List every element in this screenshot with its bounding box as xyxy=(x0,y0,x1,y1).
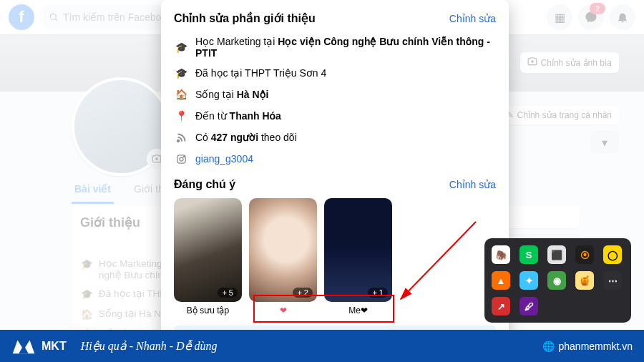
ext-icon[interactable]: ◉ xyxy=(547,271,566,290)
ext-icon[interactable]: ↗ xyxy=(492,297,510,315)
featured-item[interactable]: + 1 Me❤ xyxy=(324,198,392,315)
ext-icon[interactable]: ◯ xyxy=(603,245,622,264)
intro-edit-link[interactable]: Chỉnh sửa xyxy=(449,13,496,24)
featured-caption: ❤ xyxy=(249,302,317,315)
edit-details-modal: Chỉnh sửa phần giới thiệu Chỉnh sửa 🎓 Họ… xyxy=(161,0,509,362)
ext-icon[interactable]: ⬛ xyxy=(547,245,566,264)
ext-icon[interactable]: ▲ xyxy=(492,271,510,290)
modal-work-line: 🎓 Học Marketing tại Học viện Công nghệ B… xyxy=(174,32,496,62)
featured-thumb: + 1 xyxy=(324,198,392,302)
ext-icon[interactable]: 🍯 xyxy=(575,271,594,290)
featured-edit-link[interactable]: Chỉnh sửa xyxy=(449,179,496,190)
instagram-icon xyxy=(174,152,188,166)
svg-point-4 xyxy=(180,157,183,161)
location-icon: 📍 xyxy=(174,109,188,123)
footer-slogan: Hiệu quả - Nhanh - Dễ dùng xyxy=(81,339,218,353)
ext-icon[interactable]: ⋯ xyxy=(603,271,622,290)
ext-icon[interactable]: 🦣 xyxy=(492,245,510,264)
featured-count: + 5 xyxy=(218,288,238,298)
featured-caption: Me❤ xyxy=(324,302,392,315)
modal-instagram-line[interactable]: giang_g3004 xyxy=(174,148,496,170)
ext-icon[interactable]: ✦ xyxy=(519,271,538,290)
featured-count: + 1 xyxy=(368,288,388,298)
featured-thumb: + 2 xyxy=(249,198,317,302)
graduation-icon: 🎓 xyxy=(174,66,188,80)
footer-brand: MKT xyxy=(11,336,67,356)
ext-icon[interactable]: ⦿ xyxy=(575,245,594,264)
featured-item[interactable]: + 2 ❤ xyxy=(249,198,317,315)
featured-caption: Bộ sưu tập xyxy=(174,302,242,315)
footer-site[interactable]: 🌐 phanmemmkt.vn xyxy=(542,341,633,352)
rss-icon xyxy=(174,130,188,145)
globe-icon: 🌐 xyxy=(542,341,555,352)
footer-banner: MKT Hiệu quả - Nhanh - Dễ dùng 🌐 phanmem… xyxy=(0,330,644,362)
featured-count: + 2 xyxy=(293,288,313,298)
modal-from-line: 📍 Đến từ Thanh Hóa xyxy=(174,105,496,127)
modal-followers-line: Có 427 người theo dõi xyxy=(174,127,496,148)
featured-item[interactable]: + 5 Bộ sưu tập xyxy=(174,198,242,315)
featured-section-title: Đáng chú ý xyxy=(174,178,235,191)
featured-row: + 5 Bộ sưu tập + 2 ❤ + 1 Me❤ xyxy=(174,198,496,315)
graduation-icon: 🎓 xyxy=(174,40,188,54)
modal-school-line: 🎓 Đã học tại THPT Triệu Sơn 4 xyxy=(174,62,496,84)
featured-thumb: + 5 xyxy=(174,198,242,302)
home-icon: 🏠 xyxy=(174,87,188,102)
ext-icon[interactable]: 🖊 xyxy=(519,297,538,315)
intro-section-title: Chỉnh sửa phần giới thiệu xyxy=(174,11,316,25)
svg-point-5 xyxy=(183,156,184,157)
ext-icon[interactable]: S xyxy=(519,245,538,264)
svg-point-2 xyxy=(177,140,179,142)
extension-tray: 🦣 S ⬛ ⦿ ◯ ▲ ✦ ◉ 🍯 ⋯ ↗ 🖊 xyxy=(484,238,631,323)
modal-lives-line: 🏠 Sống tại Hà Nội xyxy=(174,84,496,105)
mkt-logo-icon xyxy=(11,336,36,356)
